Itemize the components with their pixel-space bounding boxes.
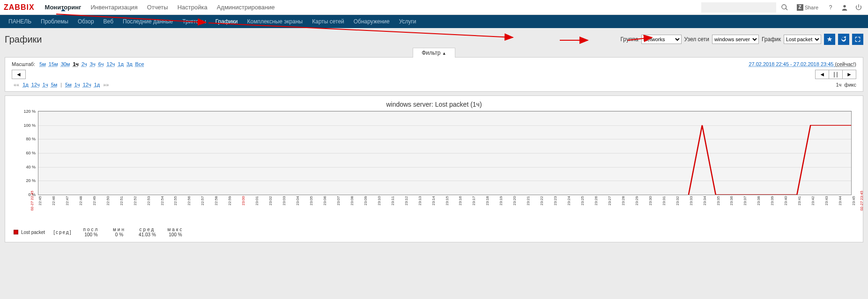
sub-nav: ПАНЕЛЬПроблемыОбзорВебПоследние данныеТр… — [0, 15, 868, 28]
sub-nav-Обзор[interactable]: Обзор — [73, 15, 99, 28]
nav-btn-row: ◄ ◄ ∣∣ ► — [12, 70, 856, 79]
sub-nav-Услуги[interactable]: Услуги — [394, 15, 421, 28]
sub-nav-Карты сетей[interactable]: Карты сетей — [307, 15, 349, 28]
top-nav: ZABBIX МониторингИнвентаризацияОтчетыНас… — [0, 0, 868, 15]
shift-left-5м[interactable]: 5м — [51, 82, 58, 88]
sub-nav-Обнаружение[interactable]: Обнаружение — [349, 15, 394, 28]
zoom-3ч[interactable]: 3ч — [90, 61, 96, 67]
refresh-button[interactable] — [838, 34, 849, 45]
group-label: Группа — [621, 36, 638, 43]
favorite-button[interactable] — [824, 34, 835, 45]
top-nav-Инвентаризация[interactable]: Инвентаризация — [86, 4, 142, 11]
share-z-icon: Z — [797, 4, 803, 11]
shift-left-1ч[interactable]: 1ч — [43, 82, 48, 88]
share-button[interactable]: Z Share — [793, 2, 822, 13]
svg-point-1 — [843, 5, 846, 7]
host-label: Узел сети — [684, 36, 709, 43]
chart-area: 120 % 100 % 80 % 60 % 40 % 20 % 0 % 02-2… — [38, 111, 852, 214]
zoom-6ч[interactable]: 6ч — [98, 61, 104, 67]
zoom-15м[interactable]: 15м — [49, 61, 58, 67]
zoom-Все[interactable]: Все — [135, 61, 144, 67]
chart-plot[interactable]: 120 % 100 % 80 % 60 % 40 % 20 % 0 % — [38, 111, 852, 195]
shift-right-5м[interactable]: 5м — [65, 82, 72, 88]
shift-right-12ч[interactable]: 12ч — [83, 82, 91, 88]
legend-name: Lost packet — [21, 230, 45, 235]
zoom-1д[interactable]: 1д — [118, 61, 124, 67]
chart-box: windows server: Lost packet (1ч) 120 % 1… — [5, 95, 863, 242]
power-icon[interactable] — [853, 2, 864, 13]
shift-row: «« 1д12ч1ч5м | 5м1ч12ч1д »» 1ч фикс — [12, 82, 856, 88]
top-nav-Отчеты[interactable]: Отчеты — [142, 4, 173, 11]
top-nav-Администрирование[interactable]: Администрирование — [212, 4, 280, 11]
fullscreen-button[interactable] — [852, 34, 863, 45]
fix-info: 1ч фикс — [836, 82, 856, 88]
sub-nav-ПАНЕЛЬ[interactable]: ПАНЕЛЬ — [4, 15, 36, 28]
top-nav-Мониторинг[interactable]: Мониторинг — [40, 4, 86, 11]
host-select[interactable]: windows server — [712, 35, 759, 44]
logo: ZABBIX — [4, 3, 35, 12]
sub-nav-Триггеры[interactable]: Триггеры — [178, 15, 211, 28]
search-input[interactable] — [701, 2, 776, 13]
chart-legend: Lost packet [сред] посл100 %мин0 %сред41… — [12, 227, 856, 237]
zoom-30м[interactable]: 30м — [61, 61, 70, 67]
user-icon[interactable] — [839, 2, 850, 13]
shift-right-lbl: »» — [103, 82, 109, 88]
sub-nav-Последние данные[interactable]: Последние данные — [118, 15, 178, 28]
top-nav-Настройка[interactable]: Настройка — [173, 4, 212, 11]
time-controls: Масштаб: 5м15м30м1ч2ч3ч6ч12ч1д3дВсе 27.0… — [5, 57, 863, 92]
zoom-row: Масштаб: 5м15м30м1ч2ч3ч6ч12ч1д3дВсе 27.0… — [12, 61, 856, 67]
chart-title: windows server: Lost packet (1ч) — [12, 101, 856, 108]
legend-swatch — [14, 230, 18, 234]
zoom-12ч[interactable]: 12ч — [107, 61, 115, 67]
page-title: Графики — [5, 34, 42, 45]
nav-group-pause[interactable]: ∣∣ — [829, 70, 843, 79]
help-icon[interactable]: ? — [825, 2, 836, 13]
nav-group-prev[interactable]: ◄ — [815, 70, 829, 79]
sub-nav-Проблемы[interactable]: Проблемы — [36, 15, 73, 28]
filter-tab[interactable]: Фильтр ▲ — [413, 48, 455, 58]
zoom-2ч[interactable]: 2ч — [82, 61, 87, 67]
legend-agg: [сред] — [53, 230, 72, 235]
shift-left-1д[interactable]: 1д — [22, 82, 29, 88]
shift-right-1д[interactable]: 1д — [94, 82, 100, 88]
graph-label: График — [762, 36, 781, 43]
nav-prev-button[interactable]: ◄ — [12, 70, 26, 79]
header-controls: Группа Networks Узел сети windows server… — [621, 34, 863, 45]
filter-tab-row: Фильтр ▲ — [0, 48, 868, 57]
page-header: Графики Группа Networks Узел сети window… — [0, 28, 868, 48]
sub-nav-Графики[interactable]: Графики — [211, 15, 243, 28]
group-select[interactable]: Networks — [641, 35, 682, 44]
nav-next-button[interactable]: ► — [842, 70, 856, 79]
x-axis-labels: 02-27 22:4522:4522:4622:4722:4822:4922:5… — [38, 197, 852, 214]
zoom-1ч[interactable]: 1ч — [73, 61, 79, 67]
time-range[interactable]: 27.02.2018 22:45 - 27.02.2018 23:45 (сей… — [749, 61, 856, 67]
shift-left-12ч[interactable]: 12ч — [31, 82, 40, 88]
shift-right-1ч[interactable]: 1ч — [74, 82, 80, 88]
top-right: Z Share ? — [701, 2, 864, 13]
zoom-label: Масштаб: — [12, 61, 35, 67]
sub-nav-Веб[interactable]: Веб — [99, 15, 118, 28]
svg-text:?: ? — [829, 4, 832, 11]
shift-left-lbl: «« — [14, 82, 19, 88]
graph-select[interactable]: Lost packet — [784, 35, 821, 44]
zoom-3д[interactable]: 3д — [126, 61, 133, 67]
sub-nav-Комплексные экраны[interactable]: Комплексные экраны — [243, 15, 308, 28]
filter-arrow-icon: ▲ — [442, 51, 446, 56]
zoom-5м[interactable]: 5м — [39, 61, 46, 67]
search-icon[interactable] — [779, 2, 790, 13]
share-label: Share — [805, 5, 818, 10]
